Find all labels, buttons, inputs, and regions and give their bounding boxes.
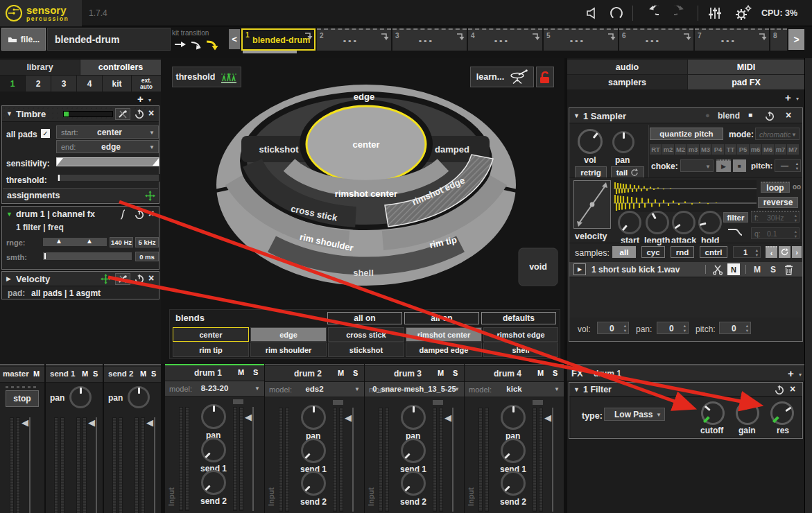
delete-sample-icon[interactable] xyxy=(784,264,793,275)
filter-q-stepper[interactable]: q: 0.1 ▴▾ xyxy=(751,227,800,239)
mixer-sliders-icon[interactable] xyxy=(707,6,723,21)
samples-mode-all[interactable]: all xyxy=(612,246,636,258)
drum3-send1-knob[interactable] xyxy=(401,438,426,463)
sample-mute-button[interactable]: M xyxy=(754,265,761,275)
volume-fader-handle[interactable]: ◀ xyxy=(245,412,252,421)
sample-prev-button[interactable]: ‹ xyxy=(766,246,777,258)
drum2-header[interactable]: drum 2 M S xyxy=(265,366,364,382)
drum1-model-row[interactable]: model: 8-23-20 ▼ xyxy=(165,381,264,397)
drum-zone-map[interactable]: edge stickshot center damped rimshot cen… xyxy=(164,67,564,309)
close-icon[interactable]: × xyxy=(148,208,154,219)
drum2-pan-knob[interactable] xyxy=(301,405,326,430)
tab-library[interactable]: library xyxy=(0,60,80,75)
gain-knob[interactable] xyxy=(736,401,759,425)
drum4-model-row[interactable]: model: kick ▼ xyxy=(465,382,564,397)
drum1-send1-knob[interactable] xyxy=(201,437,226,462)
collapse-triangle-icon[interactable]: ▼ xyxy=(573,112,580,119)
blend-rimshot-center[interactable]: rimshot center xyxy=(406,327,482,342)
move-assignment-icon[interactable] xyxy=(101,274,111,284)
interval-P5[interactable]: P5 xyxy=(737,144,749,155)
quantize-pitch-button[interactable]: quantize pitch xyxy=(650,128,723,140)
metronome-icon[interactable] xyxy=(585,6,600,21)
drum1-mute-button[interactable]: M xyxy=(238,368,244,376)
right-scrollbar[interactable] xyxy=(804,58,812,513)
sample-next-button[interactable]: › xyxy=(792,246,802,258)
add-controller-button[interactable]: + xyxy=(137,93,144,105)
drum4-header[interactable]: drum 4 M S xyxy=(465,366,564,382)
range-slider[interactable]: ▲ ▲ xyxy=(42,237,107,247)
kit-tab-8[interactable]: 8 xyxy=(770,28,787,51)
drum3-pan-knob[interactable] xyxy=(401,405,426,430)
hold-knob[interactable] xyxy=(698,211,722,234)
send2-solo-button[interactable]: S xyxy=(151,369,156,378)
caret-down-icon[interactable]: ▾ xyxy=(799,372,802,378)
stepper-arrows-icon[interactable]: ▴▾ xyxy=(756,247,758,257)
play-sample-button[interactable]: ▶ xyxy=(716,159,731,172)
tab-midi[interactable]: MIDI xyxy=(688,60,804,74)
samples-mode-cyc[interactable]: cyc xyxy=(641,246,665,258)
send2-pan-knob[interactable] xyxy=(128,386,150,408)
sampler-header[interactable]: ▼ 1 Sampler ● blend ■ × xyxy=(569,108,802,123)
sensitivity-slider[interactable] xyxy=(56,157,159,166)
kit-tab-5[interactable]: 5 - - - xyxy=(544,28,618,51)
volume-fader-handle[interactable]: ◀ xyxy=(146,418,153,427)
tab-samplers[interactable]: samplers xyxy=(567,75,687,89)
send2-header[interactable]: send 2 M S xyxy=(104,367,161,383)
range-slider-handle-low[interactable]: ▲ xyxy=(55,237,62,245)
drum3-model-row[interactable]: model: 0_snare-mesh_13_5-25 ▼ xyxy=(365,382,464,397)
samples-mode-cntrl[interactable]: cntrl xyxy=(700,246,727,258)
kit-load-icon[interactable] xyxy=(607,32,616,41)
interval-P4[interactable]: P4 xyxy=(712,144,724,155)
loop-count-glyph[interactable]: oo xyxy=(793,183,801,191)
blend-stickshot[interactable]: stickshot xyxy=(328,342,404,357)
kit-transition[interactable]: kit transition xyxy=(172,28,227,51)
sample-row[interactable]: ▶ 1 short sub kick 1.wav N M S xyxy=(569,262,802,277)
threshold-slider[interactable] xyxy=(56,174,159,182)
end-dropdown[interactable]: end: edge ▼ xyxy=(56,140,159,153)
sample-cycle-button[interactable] xyxy=(779,246,791,258)
reverse-button[interactable]: reverse xyxy=(758,197,798,208)
all-pads-checkbox[interactable]: ✓ xyxy=(41,129,50,138)
send1-pan-knob[interactable] xyxy=(69,386,92,408)
stepper-arrows-icon[interactable]: ▴▾ xyxy=(795,229,797,238)
sample-pan-stepper[interactable]: 0 ▴▾ xyxy=(657,322,689,334)
pad-tab-ext-auto[interactable]: ext. auto xyxy=(132,76,161,92)
smooth-value[interactable]: 0 ms xyxy=(135,252,159,261)
kit-tab-1[interactable]: 1 blended-drum xyxy=(241,28,316,51)
volume-fader-handle[interactable]: ◀ xyxy=(345,413,352,422)
send1-mute-button[interactable]: M xyxy=(82,369,88,378)
trim-scissors-icon[interactable] xyxy=(712,264,723,275)
start-knob[interactable] xyxy=(618,211,641,234)
blend-rimshot-edge[interactable]: rimshot edge xyxy=(483,327,558,342)
stop-button[interactable]: stop xyxy=(6,390,39,407)
interval-M7[interactable]: M7 xyxy=(787,144,799,155)
threshold-slider-handle[interactable] xyxy=(58,175,60,181)
tabs-scroll-left[interactable]: < xyxy=(229,29,240,49)
sample-play-button[interactable]: ▶ xyxy=(573,263,586,275)
stepper-arrows-icon[interactable]: ▴▾ xyxy=(796,161,798,171)
assignments-bar[interactable]: assignments xyxy=(3,188,158,202)
interval-M2[interactable]: M2 xyxy=(675,144,686,155)
range-low-value[interactable]: 140 Hz xyxy=(110,237,133,247)
blend-rim-shoulder[interactable]: rim shoulder xyxy=(250,342,327,357)
choke-dropdown[interactable]: ▼ xyxy=(680,159,714,172)
stop-sample-button[interactable]: ■ xyxy=(733,159,746,172)
tab-audio[interactable]: audio xyxy=(567,60,687,74)
kit-tab-4[interactable]: 4 - - - xyxy=(468,28,542,51)
close-icon[interactable]: × xyxy=(148,107,154,119)
stepper-arrows-icon[interactable]: ▴▾ xyxy=(746,323,748,333)
normalize-button[interactable]: N xyxy=(727,263,740,275)
send1-header[interactable]: send 1 M S xyxy=(46,367,103,383)
filter-type-dropdown[interactable]: Low Pass ▼ xyxy=(604,408,665,421)
volume-fader-handle[interactable]: ◀ xyxy=(544,413,551,422)
add-sampler-button[interactable]: + xyxy=(785,92,791,103)
tabs-scroll-right[interactable]: > xyxy=(788,29,804,50)
master-mute-button[interactable]: M xyxy=(33,369,40,378)
volume-fader-handle[interactable]: ◀ xyxy=(444,413,451,422)
caret-down-icon[interactable]: ▾ xyxy=(796,96,799,102)
kit-load-icon[interactable] xyxy=(531,32,540,41)
sample-vol-stepper[interactable]: 0 ▴▾ xyxy=(597,322,629,334)
kit-load-icon[interactable] xyxy=(304,31,313,40)
smooth-slider[interactable] xyxy=(42,252,132,261)
drum4-solo-button[interactable]: S xyxy=(553,369,558,377)
